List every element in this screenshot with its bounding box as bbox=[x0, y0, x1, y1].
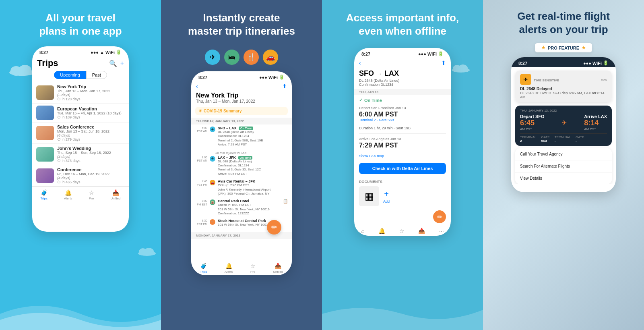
trip-list: New York Trip Thu, Jan 13 – Mon, Jan 17,… bbox=[32, 82, 129, 187]
search-icon[interactable]: 🔍 bbox=[109, 60, 117, 67]
item-title: Avis Car Rental – JFK bbox=[218, 179, 288, 183]
status-icons: ●●●WiFi🔋 bbox=[418, 51, 444, 56]
action-call-agency[interactable]: Call Your Travel Agency bbox=[515, 148, 612, 160]
trips-phone: 8:27 ●●● ▲ WiFi 🔋 Trips 🔍 + Upcoming Pas… bbox=[32, 46, 129, 232]
depart-time: 6:45 bbox=[520, 119, 545, 127]
copy-icon[interactable]: 📋 bbox=[283, 199, 288, 216]
panel-2: Instantly create master trip itineraries… bbox=[161, 0, 322, 330]
item-title: SFO – LAX On Time bbox=[218, 126, 288, 130]
trip-dates: Thu, Jan 13 – Mon, Jan 17, 2022 bbox=[196, 99, 287, 104]
status-icons: ●●● ▲ WiFi 🔋 bbox=[91, 50, 122, 55]
notif-top: ✈ TIME SENSITIVE now bbox=[520, 74, 607, 85]
tab-label: Unfiled bbox=[273, 270, 283, 274]
item-subtitle: Check in: 8:00 PM EST201 W 58th St. New … bbox=[218, 203, 281, 216]
divider bbox=[359, 133, 446, 134]
list-item[interactable]: European Vacation Tue, Mar 15 – Fri, Apr… bbox=[32, 104, 129, 122]
trip-name: New York Trip bbox=[57, 84, 110, 89]
trip-duration: (4 days) bbox=[57, 176, 109, 180]
edit-fab[interactable]: ✏ bbox=[267, 220, 281, 235]
item-subtitle: Pick up: 7:45 PM ESTJohn F. Kennedy Inte… bbox=[218, 183, 288, 196]
back-button[interactable]: ‹ bbox=[359, 60, 361, 66]
list-item[interactable]: Conference Fri, Dec 16 – Mon, Dec 19, 20… bbox=[32, 165, 129, 187]
tab-pro[interactable]: ☆ Pro bbox=[89, 189, 94, 200]
item-content: LAX – JFK On Time DL 688 (Delta Air Line… bbox=[218, 156, 288, 176]
inbox-icon: 📥 bbox=[112, 189, 119, 196]
trip-countdown: ⏱ in 279 days bbox=[57, 137, 109, 141]
panel-1-headline: All your travel plans in one app bbox=[27, 0, 134, 45]
tab-trips[interactable]: ⌂ bbox=[361, 228, 364, 234]
list-item[interactable]: John's Wedding Thu, Sep 15 – Sun, Sep 18… bbox=[32, 144, 129, 165]
route-arrow: → bbox=[376, 71, 382, 77]
edit-fab[interactable]: ✏ bbox=[433, 210, 446, 223]
trip-thumbnail bbox=[36, 147, 54, 162]
terminal-gate: Terminal 2 · Gate 56B bbox=[359, 118, 446, 122]
add-document[interactable]: + Add bbox=[383, 189, 390, 203]
pro-feature-label: PRO FEATURE bbox=[548, 46, 579, 50]
status-bar: 8:27 ●●●WiFi🔋 bbox=[511, 57, 616, 67]
tab-trips[interactable]: 🧳 Trips bbox=[41, 189, 47, 200]
trip-info: Sales Conference Mon, Jun 13 – Sat, Jun … bbox=[57, 125, 109, 141]
list-item[interactable]: Sales Conference Mon, Jun 13 – Sat, Jun … bbox=[32, 122, 129, 144]
flight-date: THU, JANUARY 13, 2022 bbox=[520, 109, 607, 112]
arrive-tz: AM PST bbox=[584, 127, 607, 131]
tab-trips[interactable]: 🧳 Trips bbox=[200, 263, 207, 274]
tab-pro[interactable]: ☆ Pro bbox=[250, 263, 256, 274]
item-subtitle: DL 2648 (Delta Air Lines)Confirmation: D… bbox=[218, 130, 288, 147]
trip-dates: Tue, Mar 15 – Fri, Apr 1, 2022 (18 days) bbox=[57, 111, 122, 115]
list-item[interactable]: New York Trip Thu, Jan 13 – Mon, Jan 17,… bbox=[32, 82, 129, 104]
star-icon: ☆ bbox=[250, 263, 256, 269]
trip-thumbnail bbox=[36, 106, 54, 120]
tab-label: Pro bbox=[89, 197, 94, 200]
share-icon[interactable]: ⬆ bbox=[282, 83, 287, 89]
flight-route: SFO → LAX bbox=[354, 67, 451, 79]
share-icon[interactable]: ⬆ bbox=[441, 60, 446, 66]
arrive-airport: Arrive LAX bbox=[584, 114, 607, 119]
arrive-time: 8:14 bbox=[584, 119, 607, 127]
flight-details-row: TERMINAL 2 GATE 56B TERMINAL - GATE - bbox=[520, 133, 607, 143]
panel-4-headline: Get real-time flight alerts on your trip bbox=[505, 0, 622, 43]
bottom-tab-bar: 🧳 Trips 🔔 Alerts ☆ Pro 📥 Unfiled bbox=[32, 187, 129, 202]
car-dot: 🚗 bbox=[210, 180, 215, 185]
panel-4: Get real-time flight alerts on your trip… bbox=[483, 0, 644, 330]
actions-card: Call Your Travel Agency Search For Alter… bbox=[515, 148, 612, 184]
more-icon: ··· bbox=[439, 228, 444, 234]
plane-icon: ✈ bbox=[561, 119, 567, 127]
tab-unfiled[interactable]: 📥 Unfiled bbox=[111, 189, 121, 200]
timeline-item-car[interactable]: 7:45PST PM 🚗 Avis Car Rental – JFK Pick … bbox=[195, 179, 288, 196]
duration-seat: Duration 1 hr, 29 min · Seat 19B bbox=[359, 126, 446, 130]
tab-unfiled[interactable]: 📥 bbox=[418, 228, 425, 234]
tab-bell[interactable]: 🔔 bbox=[378, 228, 385, 234]
action-alternate-flights[interactable]: Search For Alternate Flights bbox=[515, 160, 612, 172]
tab-past[interactable]: Past bbox=[86, 71, 107, 79]
check-in-button[interactable]: Check in with Delta Air Lines bbox=[359, 163, 446, 174]
item-time: 8:05PST AM bbox=[195, 156, 207, 176]
timeline-item-hotel[interactable]: 8:00PM EST 🏨 Central Park Hotel Check in… bbox=[195, 199, 288, 216]
covid-banner[interactable]: ☀ COVID-19 Summary bbox=[195, 107, 288, 115]
timeline-item-flight2[interactable]: 8:05PST AM ✈ LAX – JFK On Time DL 688 (D… bbox=[195, 156, 288, 176]
tab-more[interactable]: ··· bbox=[439, 228, 444, 234]
action-view-details[interactable]: View Details bbox=[515, 172, 612, 184]
panel-1: All your travel plans in one app 8:27 ●●… bbox=[0, 0, 161, 330]
tab-unfiled[interactable]: 📥 Unfiled bbox=[273, 263, 283, 274]
depart-section: Depart San Francisco Jan 13 6:00 AM PST … bbox=[354, 104, 451, 124]
route-to: LAX bbox=[384, 69, 399, 78]
tab-alerts[interactable]: 🔔 Alerts bbox=[64, 189, 72, 200]
timeline-item-flight1[interactable]: 6:00PST AM ✈ SFO – LAX On Time DL 2648 (… bbox=[195, 126, 288, 147]
suitcase-icon: 🧳 bbox=[200, 263, 207, 269]
back-button[interactable]: ‹ bbox=[196, 83, 198, 89]
hotel-feature-icon: 🛏 bbox=[224, 50, 239, 65]
detail-terminal-2: TERMINAL - bbox=[555, 135, 571, 143]
check-icon: ✓ bbox=[359, 98, 363, 103]
flight-feature-icon: ✈ bbox=[205, 50, 220, 65]
tab-alerts[interactable]: 🔔 Alerts bbox=[225, 263, 233, 274]
tab-star[interactable]: ☆ bbox=[399, 228, 405, 234]
tab-upcoming[interactable]: Upcoming bbox=[54, 71, 86, 79]
add-icon[interactable]: + bbox=[120, 60, 124, 67]
map-link[interactable]: Show LAX map bbox=[359, 153, 384, 159]
tab-label: Trips bbox=[41, 197, 47, 200]
notif-body: DL 2648 DELAYED. SFO dep 6:45 AM, LAX ar… bbox=[520, 91, 607, 99]
alerts-phone: 8:27 ●●●WiFi🔋 ✈ TIME SENSITIVE now DL 26… bbox=[511, 57, 616, 192]
notif-label: TIME SENSITIVE bbox=[534, 79, 559, 82]
item-time: 8:00PM EST bbox=[195, 199, 207, 216]
docs-title: DOCUMENTS bbox=[359, 180, 446, 184]
